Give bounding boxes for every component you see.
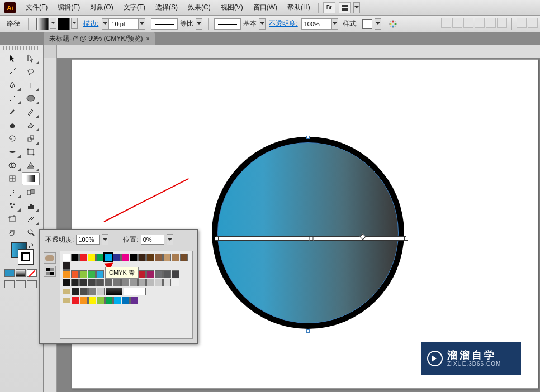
menu-effect[interactable]: 效果(C) <box>183 2 215 13</box>
gradient-stop-start[interactable] <box>215 237 219 241</box>
menu-file[interactable]: 文件(F) <box>21 2 52 13</box>
toolbox-grip[interactable] <box>3 46 40 50</box>
gradient-tool[interactable] <box>22 172 40 185</box>
swatch-item[interactable] <box>72 297 79 304</box>
free-transform-tool[interactable] <box>22 145 40 159</box>
arrange-dropdown[interactable] <box>353 2 360 13</box>
menu-edit[interactable]: 编辑(E) <box>53 2 84 13</box>
swatch-item[interactable] <box>105 297 113 304</box>
swatch-item[interactable] <box>79 270 87 278</box>
pencil-tool[interactable] <box>22 105 40 118</box>
symbol-sprayer-tool[interactable] <box>3 199 21 212</box>
stroke-profile-preview[interactable] <box>151 18 178 30</box>
zoom-tool[interactable] <box>22 226 40 239</box>
align-left-button[interactable] <box>441 18 451 28</box>
stroke-weight-input[interactable] <box>108 18 139 30</box>
swatch-item[interactable] <box>63 262 70 270</box>
screen-normal-button[interactable] <box>4 280 15 288</box>
swatch-item[interactable] <box>146 270 154 278</box>
mesh-tool[interactable] <box>3 172 21 185</box>
swatch-item[interactable] <box>180 254 188 261</box>
stroke-step-down[interactable] <box>102 18 108 30</box>
menu-select[interactable]: 选择(S) <box>151 2 182 13</box>
gradient-mode-button[interactable] <box>16 269 26 277</box>
paintbrush-tool[interactable] <box>3 105 21 118</box>
swatch-item[interactable] <box>88 254 96 261</box>
swatch-item[interactable] <box>88 279 96 286</box>
popup-position-dropdown[interactable] <box>167 234 173 245</box>
swatch-item[interactable] <box>163 254 171 261</box>
swatch-item[interactable] <box>130 279 138 286</box>
blend-tool[interactable] <box>22 185 40 199</box>
swatch-item[interactable] <box>121 254 129 261</box>
popup-position-input[interactable] <box>141 235 164 245</box>
gradient-midpoint[interactable] <box>310 237 314 241</box>
color-palette-icon[interactable] <box>44 252 56 264</box>
swatch-item[interactable] <box>155 279 163 286</box>
selection-tool[interactable] <box>3 51 21 65</box>
color-mode-button[interactable] <box>4 269 15 277</box>
scale-tool[interactable] <box>22 132 40 145</box>
swatch-item[interactable] <box>63 254 70 261</box>
swatch-item[interactable] <box>79 279 87 286</box>
swatch-item[interactable] <box>155 254 163 261</box>
swatch-item[interactable] <box>106 288 122 295</box>
arrange-button[interactable] <box>339 2 351 13</box>
brush-preview[interactable] <box>214 18 241 30</box>
eraser-tool[interactable] <box>22 118 40 132</box>
popup-opacity-dropdown[interactable] <box>102 234 108 245</box>
swatch-item[interactable] <box>146 254 154 261</box>
swatch-item[interactable] <box>63 270 70 278</box>
lasso-tool[interactable] <box>22 65 40 78</box>
column-graph-tool[interactable] <box>22 199 40 212</box>
swatch-item[interactable] <box>96 270 104 278</box>
hand-tool[interactable] <box>3 226 21 239</box>
swatch-item[interactable] <box>72 288 79 295</box>
swatch-item[interactable] <box>88 270 96 278</box>
screen-full-button[interactable] <box>16 280 26 288</box>
swatch-item[interactable] <box>88 297 96 304</box>
swatches-icon[interactable] <box>44 266 56 277</box>
swatch-item[interactable] <box>80 297 88 304</box>
swatch-item[interactable] <box>97 297 105 304</box>
align-center-button[interactable] <box>452 18 462 28</box>
swatch-item[interactable] <box>155 270 163 278</box>
swatch-item[interactable] <box>172 254 179 261</box>
align-top-button[interactable] <box>475 18 485 28</box>
swatch-item[interactable] <box>96 279 104 286</box>
align-middle-button[interactable] <box>486 18 496 28</box>
folder-icon[interactable] <box>63 289 70 294</box>
swatch-item[interactable] <box>163 279 171 286</box>
fill-stroke-indicator[interactable]: ⇄ <box>11 242 40 268</box>
document-tab[interactable]: 未标题-7* @ 99% (CMYK/预览) × <box>44 32 155 45</box>
style-swatch[interactable] <box>362 19 372 29</box>
swatch-item[interactable] <box>130 297 138 304</box>
close-tab-icon[interactable]: × <box>146 36 150 42</box>
magic-wand-tool[interactable] <box>3 65 21 78</box>
transform-button[interactable] <box>517 18 527 28</box>
align-bottom-button[interactable] <box>497 18 507 28</box>
menu-view[interactable]: 视图(V) <box>216 2 248 13</box>
opacity-input[interactable] <box>301 18 331 30</box>
eyedropper-tool[interactable] <box>3 185 21 199</box>
width-tool[interactable] <box>3 145 21 159</box>
gradient-annotator[interactable] <box>216 236 406 241</box>
swatch-item[interactable] <box>79 254 87 261</box>
fill-swatch[interactable] <box>36 18 49 30</box>
swatch-item[interactable] <box>71 270 79 278</box>
swatch-item[interactable] <box>146 279 154 286</box>
menu-type[interactable]: 文字(T) <box>119 2 150 13</box>
swatch-item[interactable] <box>138 279 146 286</box>
brush-dropdown[interactable] <box>259 18 266 30</box>
stroke-indicator[interactable] <box>18 249 34 265</box>
recolor-button[interactable] <box>387 17 399 31</box>
swatch-item[interactable] <box>113 297 121 304</box>
stroke-swatch[interactable] <box>58 18 70 30</box>
selection-handle[interactable] <box>306 329 310 333</box>
selection-handle[interactable] <box>306 136 310 139</box>
swatch-item[interactable] <box>138 254 146 261</box>
bridge-button[interactable]: Br <box>323 2 335 13</box>
folder-icon[interactable] <box>63 298 70 303</box>
swatch-item[interactable] <box>63 279 70 286</box>
swatch-item[interactable] <box>172 270 179 278</box>
